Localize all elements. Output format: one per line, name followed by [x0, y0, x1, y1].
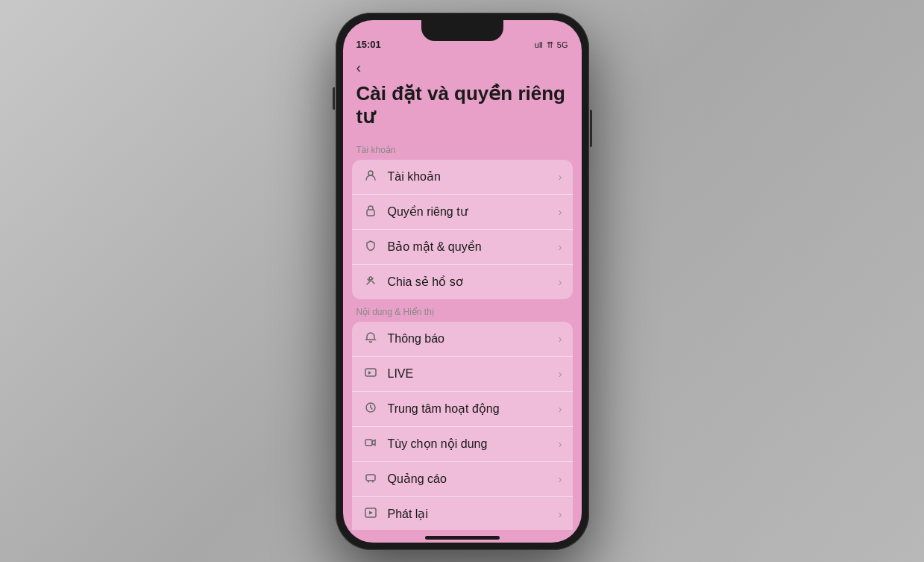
phone-device: 15:01 ull ⇈ 5G ‹ Cài đặt và quyền riêng …	[336, 13, 589, 550]
quang-cao-label: Quảng cáo	[388, 472, 447, 486]
status-time: 15:01	[356, 39, 381, 50]
battery-icon: 5G	[557, 40, 568, 49]
live-chevron: ›	[559, 368, 562, 380]
signal-icon: ull	[535, 40, 543, 49]
phat-lai-chevron: ›	[559, 508, 562, 520]
notch	[421, 20, 503, 41]
bao-mat-label: Bảo mật & quyền	[388, 240, 482, 254]
svg-point-2	[369, 277, 372, 280]
desktop-background: 15:01 ull ⇈ 5G ‹ Cài đặt và quyền riêng …	[0, 0, 924, 562]
bao-mat-chevron: ›	[559, 241, 562, 253]
play-icon	[362, 507, 379, 522]
chia-se-chevron: ›	[559, 276, 562, 288]
tai-khoan-label: Tài khoản	[388, 169, 441, 184]
quyen-rieng-tu-chevron: ›	[559, 206, 562, 218]
account-section-label: Tài khoản	[343, 140, 582, 160]
tai-khoan-item[interactable]: Tài khoản ›	[352, 160, 573, 195]
screen-content[interactable]: ‹ Cài đặt và quyền riêng tư Tài khoản	[343, 53, 582, 530]
content-section-items: Thông báo ›	[352, 322, 573, 530]
quang-cao-chevron: ›	[559, 473, 562, 485]
phat-lai-item[interactable]: Phát lại ›	[352, 497, 573, 530]
thong-bao-item[interactable]: Thông báo ›	[352, 322, 573, 357]
trung-tam-item[interactable]: Trung tâm hoạt động ›	[352, 392, 573, 427]
shield-icon	[362, 240, 379, 255]
content-section-label: Nội dung & Hiển thị	[343, 302, 582, 322]
lock-icon	[362, 204, 379, 219]
phat-lai-label: Phát lại	[388, 507, 428, 521]
back-button[interactable]: ‹	[343, 53, 582, 79]
bao-mat-item[interactable]: Bảo mật & quyền ›	[352, 230, 573, 265]
svg-point-0	[368, 171, 373, 175]
status-bar: 15:01 ull ⇈ 5G	[343, 20, 582, 53]
status-icons: ull ⇈ 5G	[535, 40, 568, 50]
svg-rect-1	[367, 210, 374, 216]
trung-tam-label: Trung tâm hoạt động	[388, 402, 500, 416]
account-section: Tài khoản Tài khoản	[343, 140, 582, 299]
content-section: Nội dung & Hiển thị Thông báo	[343, 302, 582, 530]
share-profile-icon	[362, 275, 379, 290]
person-icon	[362, 169, 379, 184]
thong-bao-chevron: ›	[559, 333, 562, 345]
live-icon	[362, 366, 379, 381]
tai-khoan-chevron: ›	[559, 171, 562, 183]
quyen-rieng-tu-item[interactable]: Quyền riêng tư ›	[352, 195, 573, 230]
back-chevron-icon: ‹	[356, 59, 362, 76]
thong-bao-label: Thông báo	[388, 332, 445, 346]
tuy-chon-chevron: ›	[559, 438, 562, 450]
trung-tam-chevron: ›	[559, 403, 562, 415]
live-item[interactable]: LIVE ›	[352, 357, 573, 392]
tuy-chon-label: Tùy chọn nội dung	[388, 437, 488, 451]
bell-icon	[362, 331, 379, 346]
quang-cao-item[interactable]: Quảng cáo ›	[352, 462, 573, 497]
chia-se-ho-so-label: Chia sẻ hồ sơ	[388, 275, 463, 289]
wifi-icon: ⇈	[547, 40, 553, 50]
svg-rect-5	[365, 440, 372, 446]
live-label: LIVE	[388, 367, 414, 381]
home-indicator[interactable]	[425, 536, 500, 540]
chia-se-ho-so-item[interactable]: Chia sẻ hồ sơ ›	[352, 265, 573, 299]
ad-icon	[362, 472, 379, 487]
clock-icon	[362, 402, 379, 416]
phone-screen: 15:01 ull ⇈ 5G ‹ Cài đặt và quyền riêng …	[343, 20, 582, 543]
page-title: Cài đặt và quyền riêng tư	[343, 79, 582, 140]
tuy-chon-item[interactable]: Tùy chọn nội dung ›	[352, 427, 573, 462]
account-section-items: Tài khoản ›	[352, 160, 573, 299]
video-camera-icon	[362, 437, 379, 452]
quyen-rieng-tu-label: Quyền riêng tư	[388, 204, 468, 219]
